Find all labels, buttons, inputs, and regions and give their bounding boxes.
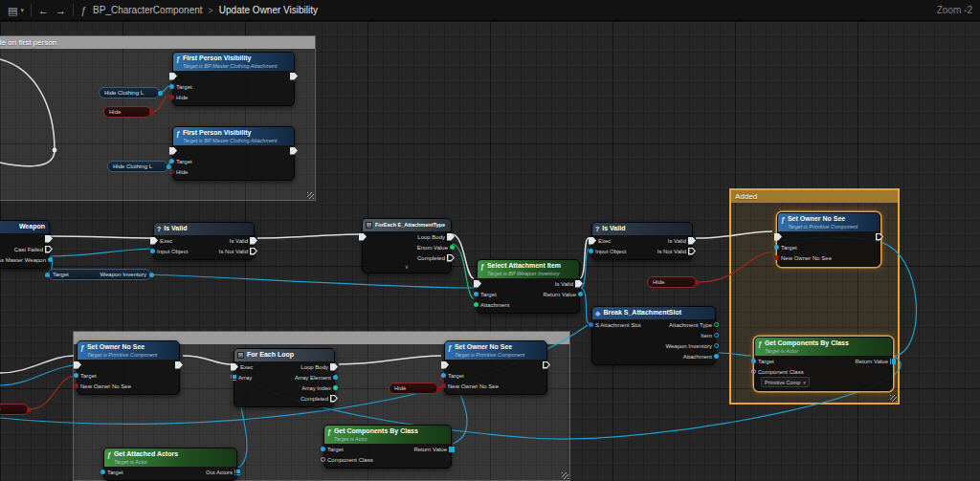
target-pin[interactable] xyxy=(441,373,446,378)
input-object-pin[interactable] xyxy=(589,249,593,253)
new-owner-no-see-pin[interactable] xyxy=(74,383,78,388)
target-pin[interactable] xyxy=(169,159,174,164)
collapse-chevron-icon[interactable]: ∨ xyxy=(363,263,451,270)
exec-in-pin[interactable] xyxy=(169,147,177,155)
node-set-owner-no-see[interactable]: ƒ Set Owner No See Target is Primitive C… xyxy=(777,212,880,267)
node-get-components-by-class[interactable]: ƒ Get Components By Class Target is Acto… xyxy=(323,425,452,469)
node-cast-to-master-weapon[interactable]: Weapon Cast Failed As Master Weapon xyxy=(0,220,50,269)
variable-pill-hide[interactable]: Hide xyxy=(0,404,29,415)
node-break-attachment-slot[interactable]: ◈ Break S_AttachmentSlot S Attachment Sl… xyxy=(591,306,716,365)
variable-pill-hide[interactable]: Hide xyxy=(103,106,151,118)
exec-in-pin[interactable] xyxy=(589,237,596,245)
node-get-components-by-class[interactable]: ƒ Get Components By Class Target is Acto… xyxy=(754,337,893,391)
output-pin[interactable] xyxy=(149,110,154,115)
pin-label: Attachment xyxy=(480,302,509,308)
pin-label: Target xyxy=(781,245,797,251)
weapon-inventory-pin[interactable] xyxy=(714,343,719,348)
exec-in-pin[interactable] xyxy=(359,233,367,241)
variable-pill-hide[interactable]: Hide xyxy=(647,276,697,288)
exec-in-pin[interactable] xyxy=(169,73,177,80)
node-get-attached-actors[interactable]: ƒ Get Attached Actors Target is Actor Ta… xyxy=(103,448,237,481)
component-class-pin[interactable] xyxy=(751,369,756,374)
break-struct-icon: ◈ xyxy=(595,309,600,317)
variable-pill-hide-clothing[interactable]: Hide Clothing L xyxy=(99,87,160,98)
exec-in-pin[interactable] xyxy=(774,233,782,241)
input-object-pin[interactable] xyxy=(150,249,155,253)
target-pin[interactable] xyxy=(774,245,779,250)
array-element-pin[interactable] xyxy=(333,375,338,380)
node-select-attachment-item[interactable]: ƒ Select Attachment Item Target is BP We… xyxy=(477,259,580,314)
graph-overview-icon[interactable]: ▤ xyxy=(8,0,17,21)
target-pin[interactable] xyxy=(169,84,174,89)
node-header: ƒ First Person Visibility Target is BP M… xyxy=(173,53,294,71)
target-pin[interactable] xyxy=(321,447,325,451)
variable-pill-weapon-inventory[interactable]: Target Weapon Inventory xyxy=(48,269,151,280)
variable-pill-hide-clothing[interactable]: Hide Clothing L xyxy=(107,161,168,172)
output-pin[interactable] xyxy=(158,91,163,96)
output-pin[interactable] xyxy=(695,280,700,285)
target-pin[interactable] xyxy=(100,470,105,474)
pin-label: Enum Value xyxy=(417,245,448,251)
hide-pin[interactable] xyxy=(169,95,174,99)
as-master-weapon-pin[interactable] xyxy=(48,257,53,262)
breadcrumb-parent[interactable]: BP_CharacterComponent xyxy=(93,5,203,15)
comment-header[interactable]: hide on first person xyxy=(0,36,315,49)
function-icon: ƒ xyxy=(80,343,84,352)
pin-label: As Master Weapon xyxy=(0,257,46,263)
attachment-pin[interactable] xyxy=(474,302,479,307)
new-owner-no-see-pin[interactable] xyxy=(441,383,446,388)
target-pin[interactable] xyxy=(474,292,479,296)
pin-label: Component Class xyxy=(758,369,804,375)
target-pin[interactable] xyxy=(45,273,50,277)
hide-pin[interactable] xyxy=(169,169,174,174)
exec-in-pin[interactable] xyxy=(231,363,238,371)
return-value-array-pin[interactable] xyxy=(890,359,896,364)
target-pin[interactable] xyxy=(74,373,78,378)
out-actors-array-pin[interactable] xyxy=(234,470,240,475)
exec-in-pin[interactable] xyxy=(74,361,81,369)
pin-label: Exec xyxy=(598,238,611,244)
component-class-pin[interactable] xyxy=(321,457,325,462)
output-pin[interactable] xyxy=(27,407,32,412)
nav-back-button[interactable]: ← xyxy=(38,0,49,21)
pin-label: Completed xyxy=(301,396,328,402)
output-pin[interactable] xyxy=(167,164,171,169)
node-title: First Person Visibility xyxy=(183,55,278,62)
exec-in-pin[interactable] xyxy=(441,361,449,369)
toolbar-divider xyxy=(73,4,74,16)
node-for-each-loop[interactable]: For Each Loop Exec Loop Body Array Array… xyxy=(234,348,335,407)
node-foreach-attachment-type[interactable]: ForEach E_AttachmentType Loop Body Enum … xyxy=(362,218,452,273)
target-pin[interactable] xyxy=(751,359,756,363)
enum-value-pin[interactable] xyxy=(450,245,455,250)
node-set-owner-no-see[interactable]: ƒ Set Owner No See Target is Primitive C… xyxy=(77,340,180,395)
node-title: ForEach E_AttachmentType xyxy=(375,221,445,229)
output-pin[interactable] xyxy=(149,273,154,277)
node-is-valid[interactable]: ? Is Valid Exec Is Valid Input Object Is… xyxy=(153,222,255,260)
node-is-valid[interactable]: ? Is Valid Exec Is Valid Input Object Is… xyxy=(591,222,693,260)
nav-forward-button[interactable]: → xyxy=(56,0,66,21)
node-first-person-visibility[interactable]: ƒ First Person Visibility Target is BP M… xyxy=(172,52,295,106)
pin-label: Item xyxy=(701,333,712,339)
new-owner-no-see-pin[interactable] xyxy=(774,255,779,260)
pin-label: Hide xyxy=(176,95,188,100)
node-header: ƒ Set Owner No See Target is Primitive C… xyxy=(78,341,179,360)
attachment-type-pin[interactable] xyxy=(714,322,719,327)
array-index-pin[interactable] xyxy=(333,385,338,390)
attachment-pin[interactable] xyxy=(714,354,719,359)
pin-label: Weapon Inventory xyxy=(665,343,712,349)
comment-header[interactable]: Added xyxy=(731,190,898,203)
array-in-pin[interactable] xyxy=(231,375,236,381)
node-set-owner-no-see[interactable]: ƒ Set Owner No See Target is Primitive C… xyxy=(444,340,547,395)
node-first-person-visibility[interactable]: ƒ First Person Visibility Target is BP M… xyxy=(172,126,295,181)
class-select-dropdown[interactable]: Primitive Comp ▾ xyxy=(761,377,810,387)
pin-label: Is Valid xyxy=(555,281,573,287)
item-pin[interactable] xyxy=(714,333,719,338)
exec-in-pin[interactable] xyxy=(474,280,481,288)
variable-pill-hide[interactable]: Hide xyxy=(389,383,438,394)
return-value-array-pin[interactable] xyxy=(449,447,455,452)
exec-in-pin[interactable] xyxy=(150,237,158,245)
return-value-pin[interactable] xyxy=(578,292,583,296)
graph-dropdown-caret-icon[interactable]: ▾ xyxy=(20,0,24,21)
breadcrumb-current[interactable]: Update Owner Visibility xyxy=(219,5,318,15)
struct-in-pin[interactable] xyxy=(589,322,593,327)
